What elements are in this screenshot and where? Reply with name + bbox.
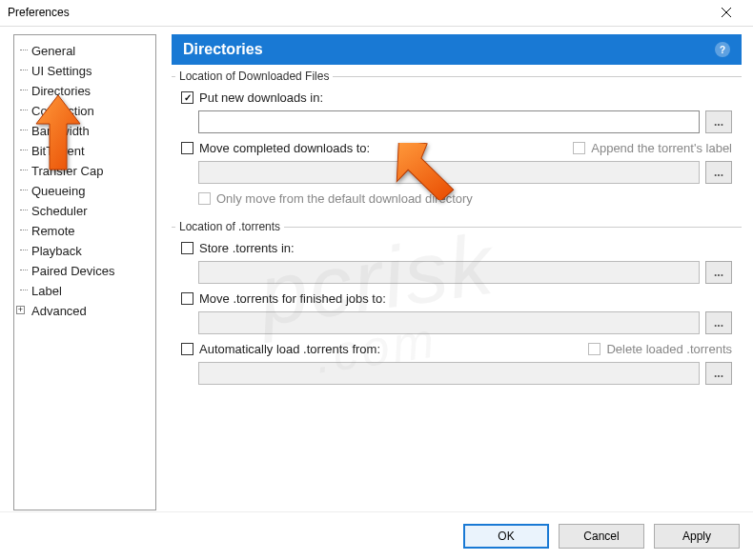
footer: OK Cancel Apply [0,511,753,560]
panel-header: Directories ? [172,34,742,65]
sidebar-item-scheduler[interactable]: Scheduler [16,201,153,221]
sidebar-item-queueing[interactable]: Queueing [16,181,153,201]
delete-loaded-checkbox [588,343,600,355]
autoload-label: Automatically load .torrents from: [199,342,380,356]
move-finished-path [198,311,700,334]
store-torrents-path [198,261,700,284]
group-torrents-location: Location of .torrents Store .torrents in… [172,227,742,394]
autoload-path [198,362,700,385]
put-new-downloads-label: Put new downloads in: [199,90,323,105]
group-title: Location of Downloaded Files [175,70,333,83]
browse-button[interactable]: ... [705,161,732,184]
sidebar-item-bittorrent[interactable]: BitTorrent [16,141,153,161]
append-label-checkbox [573,142,585,154]
only-move-label: Only move from the default download dire… [216,191,473,206]
store-torrents-label: Store .torrents in: [199,241,295,255]
expand-icon[interactable]: + [16,306,25,314]
help-icon[interactable]: ? [715,42,730,57]
close-button[interactable] [707,2,745,23]
cancel-button[interactable]: Cancel [559,524,644,549]
sidebar: General UI Settings Directories Connecti… [13,34,156,510]
browse-button[interactable]: ... [705,362,732,385]
sidebar-item-ui-settings[interactable]: UI Settings [16,61,153,81]
ok-button[interactable]: OK [463,524,549,549]
sidebar-item-connection[interactable]: Connection [16,101,153,121]
browse-button[interactable]: ... [705,110,732,133]
sidebar-item-general[interactable]: General [16,41,153,61]
main-panel: Directories ? Location of Downloaded Fil… [172,34,742,510]
browse-button[interactable]: ... [705,311,732,334]
put-new-downloads-checkbox[interactable] [181,91,193,104]
autoload-checkbox[interactable] [181,343,193,355]
put-new-downloads-path[interactable] [198,110,700,133]
store-torrents-checkbox[interactable] [181,242,193,254]
sidebar-item-remote[interactable]: Remote [16,221,153,241]
sidebar-item-label[interactable]: Label [16,281,153,301]
sidebar-item-advanced[interactable]: +Advanced [16,301,153,321]
panel-title: Directories [183,41,263,58]
sidebar-item-transfer-cap[interactable]: Transfer Cap [16,161,153,181]
move-finished-checkbox[interactable] [181,292,193,305]
move-completed-label: Move completed downloads to: [199,141,370,155]
close-icon [722,8,731,17]
titlebar: Preferences [0,0,753,27]
delete-loaded-label: Delete loaded .torrents [606,342,732,356]
sidebar-item-directories[interactable]: Directories [16,81,153,101]
only-move-checkbox [198,192,211,205]
sidebar-item-bandwidth[interactable]: Bandwidth [16,121,153,141]
sidebar-item-playback[interactable]: Playback [16,241,153,261]
move-finished-label: Move .torrents for finished jobs to: [199,291,386,306]
group-downloaded-files: Location of Downloaded Files Put new dow… [172,76,742,215]
apply-button[interactable]: Apply [654,524,740,549]
window-title: Preferences [8,6,70,19]
append-label-label: Append the torrent's label [591,141,732,155]
browse-button[interactable]: ... [705,261,732,284]
sidebar-item-paired-devices[interactable]: Paired Devices [16,261,153,281]
move-completed-checkbox[interactable] [181,142,193,154]
group-title: Location of .torrents [175,220,284,233]
move-completed-path [198,161,700,184]
